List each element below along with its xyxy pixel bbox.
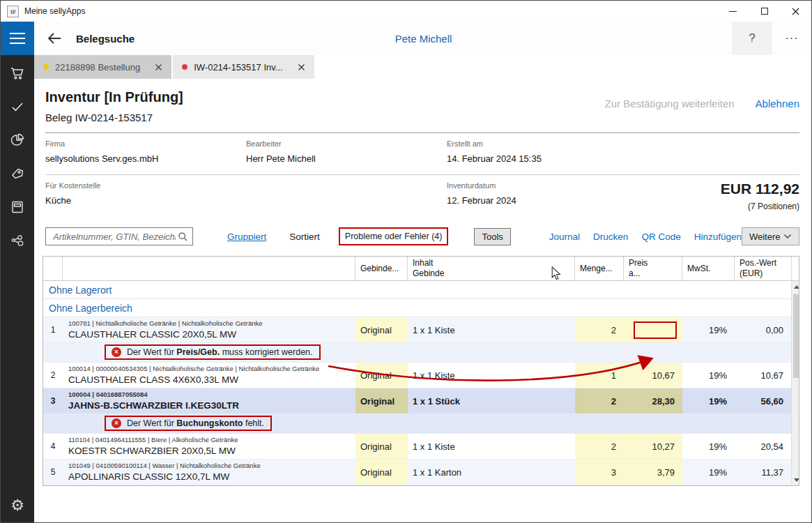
add-link[interactable]: Hinzufügen bbox=[694, 232, 742, 242]
header-article[interactable] bbox=[63, 257, 355, 280]
problems-filter-button[interactable]: Probleme oder Fehler (4) bbox=[339, 227, 449, 245]
tab-status-dot-red bbox=[182, 64, 187, 70]
table-row[interactable]: 2100014 | 00000040534305 | Nichtalkoholi… bbox=[43, 363, 791, 388]
cell-inhalt-gebinde: 1 x 1 Kiste bbox=[408, 317, 575, 342]
tab-close-button[interactable] bbox=[298, 63, 305, 71]
header-mwst[interactable]: MwSt. bbox=[682, 257, 735, 280]
sidebar-item-connections[interactable] bbox=[1, 224, 34, 257]
cell-position-number: 5 bbox=[43, 460, 63, 485]
cell-menge[interactable]: 3 bbox=[575, 460, 624, 485]
journal-link[interactable]: Journal bbox=[549, 232, 580, 242]
gear-icon: ⚙ bbox=[10, 497, 24, 515]
cell-preis[interactable]: 3,79 bbox=[624, 460, 682, 485]
header-gebinde[interactable]: Gebinde... bbox=[355, 257, 408, 280]
close-icon bbox=[298, 63, 305, 71]
settings-button[interactable]: ⚙ bbox=[1, 492, 34, 520]
scroll-up-button[interactable] bbox=[792, 281, 800, 292]
scroll-down-button[interactable] bbox=[792, 474, 800, 485]
cell-preis[interactable]: 10,27 bbox=[624, 434, 682, 459]
tab-label: IW-0214-153517 Inv... bbox=[194, 62, 282, 73]
cell-article: 100781 | Nichtalkoholische Getränke | Ni… bbox=[63, 317, 355, 342]
reject-action[interactable]: Ablehnen bbox=[756, 98, 799, 109]
error-row: ×Der Wert für Buchungskonto fehlt. bbox=[43, 414, 791, 434]
sidebar-item-tasks[interactable] bbox=[1, 90, 34, 123]
help-button[interactable]: ? bbox=[732, 22, 772, 55]
field-firma: Firma sellysolutions Serv.ges.mbH bbox=[45, 139, 246, 165]
group-row[interactable]: Ohne Lagerort bbox=[43, 281, 791, 299]
table-row[interactable]: 4110104 | 04014964111555 | Biere | Alkoh… bbox=[43, 434, 791, 460]
article-meta: 110104 | 04014964111555 | Biere | Alkoho… bbox=[68, 436, 238, 444]
document-number: Beleg IW-0214-153517 bbox=[45, 112, 183, 123]
field-bearbeiter: Bearbeiter Herr Pete Michell bbox=[246, 139, 447, 165]
table-row[interactable]: 5101049 | 04100590100114 | Wasser | Nich… bbox=[43, 460, 791, 485]
cell-gebinde[interactable]: Original bbox=[355, 317, 408, 342]
vertical-scrollbar[interactable] bbox=[791, 257, 799, 485]
maximize-button[interactable] bbox=[749, 1, 780, 22]
back-button[interactable] bbox=[46, 31, 63, 45]
document-total: EUR 112,92 (7 Positionen) bbox=[721, 180, 799, 211]
tab-bestellung[interactable]: 22188898 Bestellung bbox=[34, 55, 171, 79]
cell-position-number: 3 bbox=[43, 388, 63, 414]
tab-status-dot-yellow bbox=[43, 64, 49, 70]
cell-menge[interactable]: 1 bbox=[575, 363, 624, 388]
tools-button[interactable]: Tools bbox=[474, 228, 510, 245]
tab-inventur[interactable]: IW-0214-153517 Inv... bbox=[173, 55, 314, 79]
search-input[interactable] bbox=[52, 231, 177, 243]
checkmark-icon bbox=[9, 98, 26, 115]
cell-preis[interactable]: 10,67 bbox=[624, 363, 682, 388]
error-icon: × bbox=[112, 347, 121, 357]
cell-menge[interactable]: 2 bbox=[575, 388, 624, 414]
cell-article: 110104 | 04014964111555 | Biere | Alkoho… bbox=[63, 434, 355, 459]
cell-gebinde[interactable]: Original bbox=[355, 434, 408, 459]
cell-inhalt-gebinde: 1 x 1 Kiste bbox=[408, 363, 575, 388]
cell-menge[interactable]: 2 bbox=[575, 434, 624, 459]
tab-close-button[interactable] bbox=[155, 63, 162, 71]
minimize-button[interactable] bbox=[717, 1, 749, 22]
sorted-toggle[interactable]: Sortiert bbox=[289, 232, 320, 242]
positions-toolbar: Gruppiert Sortiert Probleme oder Fehler … bbox=[45, 227, 799, 246]
grouped-toggle[interactable]: Gruppiert bbox=[227, 232, 266, 242]
cell-inhalt-gebinde: 1 x 1 Stück bbox=[408, 388, 575, 414]
more-options-button[interactable]: ··· bbox=[772, 22, 811, 55]
cell-gebinde[interactable]: Original bbox=[355, 363, 408, 388]
main-content: 22188898 Bestellung IW-0214-153517 Inv..… bbox=[34, 55, 811, 523]
cart-icon bbox=[9, 65, 26, 82]
header-empty[interactable] bbox=[43, 257, 63, 280]
close-button[interactable] bbox=[780, 1, 811, 22]
article-name: APOLLINARIS CLASSIC 12X0,7L MW bbox=[68, 471, 229, 483]
menu-button[interactable] bbox=[1, 22, 34, 55]
cell-gebinde[interactable]: Original bbox=[355, 460, 408, 485]
cell-preis[interactable]: 28,30 bbox=[624, 388, 682, 414]
cell-gebinde[interactable]: Original bbox=[355, 388, 408, 414]
print-link[interactable]: Drucken bbox=[593, 232, 628, 242]
header-pos-wert[interactable]: Pos.-Wert (EUR) bbox=[735, 257, 791, 280]
sidebar-item-reports[interactable] bbox=[1, 123, 34, 157]
scrollbar-track[interactable] bbox=[792, 281, 799, 485]
more-actions-dropdown[interactable]: Weitere bbox=[742, 227, 799, 245]
cell-preis[interactable] bbox=[624, 317, 682, 342]
table-row[interactable]: 3100004 | 04016887055084JAHNS-B.SCHWARZB… bbox=[43, 388, 791, 414]
user-name[interactable]: Pete Michell bbox=[395, 33, 452, 45]
article-meta: 100004 | 04016887055084 bbox=[68, 391, 148, 399]
sidebar-item-prices[interactable] bbox=[1, 157, 34, 190]
article-name: CLAUSTHALER CLASSIC 20X0,5L MW bbox=[68, 329, 236, 340]
scrollbar-thumb[interactable] bbox=[793, 294, 800, 378]
cell-article: 100004 | 04016887055084JAHNS-B.SCHWARZBI… bbox=[63, 388, 355, 414]
article-search[interactable] bbox=[45, 227, 193, 245]
table-body: Ohne LagerortOhne Lagerbereich1100781 | … bbox=[43, 281, 791, 485]
qr-code-link[interactable]: QR Code bbox=[641, 232, 680, 242]
cell-position-number: 1 bbox=[43, 317, 63, 342]
group-row[interactable]: Ohne Lagerbereich bbox=[43, 299, 791, 317]
header-inhalt-gebinde[interactable]: Inhalt Gebinde bbox=[408, 257, 575, 280]
header-menge[interactable]: Menge... bbox=[575, 257, 624, 280]
cell-inhalt-gebinde: 1 x 1 Karton bbox=[408, 460, 575, 485]
cell-menge[interactable]: 2 bbox=[575, 317, 624, 342]
error-icon: × bbox=[112, 418, 121, 428]
cell-mwst: 19% bbox=[682, 317, 735, 342]
header-preis[interactable]: Preis a... bbox=[624, 257, 682, 280]
cell-pos-wert: 0,00 bbox=[735, 317, 791, 342]
sidebar-item-journal[interactable] bbox=[1, 190, 34, 224]
search-icon[interactable] bbox=[177, 231, 188, 242]
table-row[interactable]: 1100781 | Nichtalkoholische Getränke | N… bbox=[43, 317, 791, 343]
sidebar-item-orders[interactable] bbox=[1, 56, 34, 90]
